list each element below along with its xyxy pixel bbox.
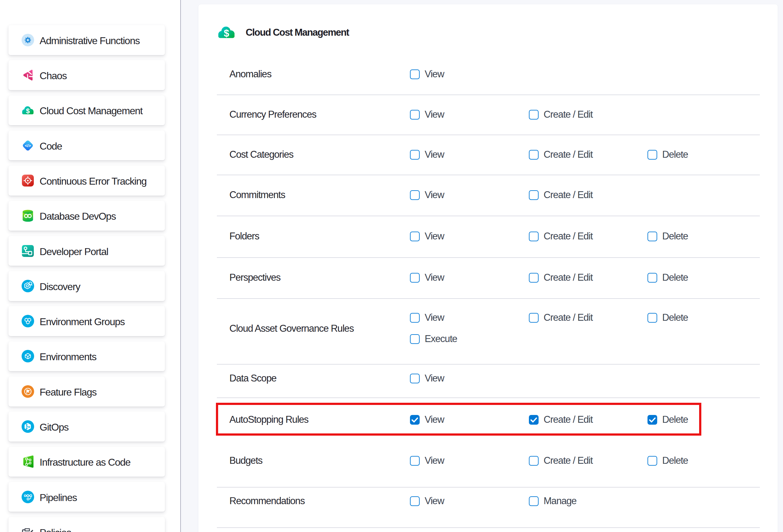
svg-text:</>: </> xyxy=(25,143,31,148)
svg-text:$: $ xyxy=(224,28,229,39)
svg-text:$: $ xyxy=(26,107,30,115)
